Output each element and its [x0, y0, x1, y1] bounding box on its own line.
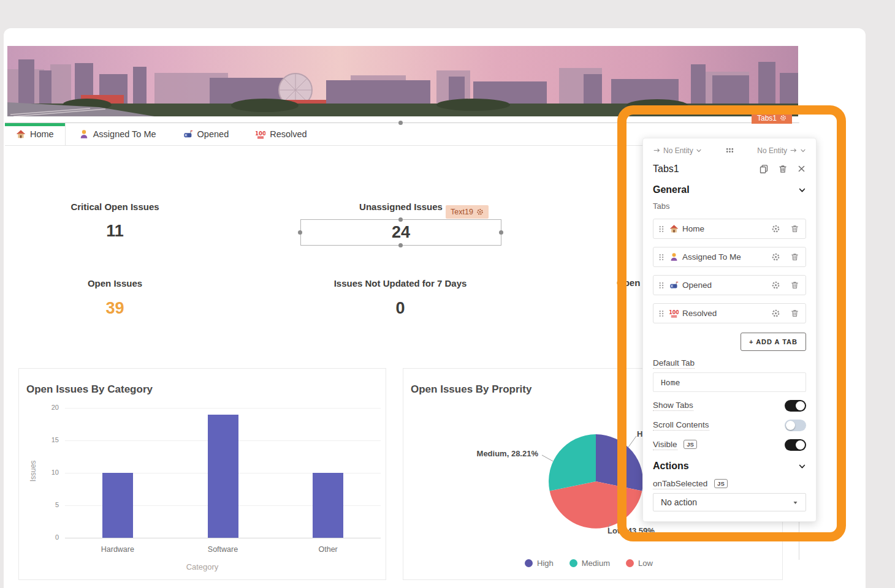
text19-resize-handle-left[interactable]	[298, 230, 302, 235]
critical-open-issues-value[interactable]: 11	[52, 222, 178, 241]
trash-icon[interactable]	[790, 309, 799, 318]
tab-assigned-to-me[interactable]: Assigned To Me	[66, 123, 170, 145]
on-tab-selected-js-toggle[interactable]: JS	[714, 479, 728, 488]
panel-tab-resolved-label: Resolved	[682, 309, 767, 318]
general-section-header[interactable]: General	[653, 184, 806, 195]
show-tabs-row: Show Tabs	[653, 400, 806, 412]
gear-icon[interactable]	[780, 115, 786, 121]
default-tab-input[interactable]: Home	[653, 372, 806, 392]
add-a-tab-button[interactable]: + ADD A TAB	[741, 333, 806, 351]
tab-opened-label: Opened	[197, 129, 229, 139]
visible-row: Visible JS	[653, 439, 806, 451]
y-axis-tick: 0	[37, 533, 59, 541]
visible-label-wrap: Visible JS	[653, 440, 697, 450]
drag-handle-icon[interactable]	[657, 309, 666, 318]
outgoing-entity-label: No Entity	[757, 146, 787, 155]
default-tab-value: Home	[661, 378, 680, 387]
caret-down-icon	[791, 499, 799, 507]
tabs-list-label: Tabs	[653, 202, 806, 211]
chevron-down-icon	[696, 148, 702, 154]
hero-image[interactable]	[7, 46, 798, 116]
y-axis-tick: 20	[37, 404, 59, 411]
scroll-contents-row: Scroll Contents	[653, 420, 806, 431]
legend-dot-medium	[569, 559, 577, 567]
visible-label: Visible	[653, 440, 677, 450]
show-tabs-label: Show Tabs	[653, 401, 693, 411]
scroll-contents-label: Scroll Contents	[653, 420, 709, 431]
gear-icon[interactable]	[771, 224, 780, 233]
actions-section-header[interactable]: Actions	[653, 461, 806, 472]
pie-slice-high	[596, 434, 643, 491]
tab-resolved-label: Resolved	[270, 129, 307, 139]
legend-dot-low	[626, 559, 634, 567]
trash-icon[interactable]	[790, 281, 799, 290]
panel-tab-opened-label: Opened	[682, 281, 767, 290]
legend-item-medium[interactable]: Medium	[569, 559, 610, 568]
panel-tab-row-home[interactable]: Home	[653, 219, 806, 239]
pie-callout-low: Low, 43.59%	[607, 526, 655, 535]
tabs-widget-resize-handle[interactable]	[398, 121, 403, 125]
gear-icon[interactable]	[771, 309, 780, 318]
incoming-entity-selector[interactable]: No Entity	[653, 146, 702, 155]
chevron-down-icon	[798, 186, 806, 194]
copy-icon[interactable]	[759, 164, 769, 174]
visible-js-toggle[interactable]: JS	[684, 440, 697, 449]
bar-hardware	[102, 473, 133, 538]
y-axis-tick: 5	[37, 501, 59, 508]
unassigned-issues-value: 24	[392, 223, 410, 242]
legend-label-high: High	[537, 559, 554, 568]
pie-slice-low	[550, 481, 642, 529]
text19-resize-handle-bottom[interactable]	[398, 243, 403, 247]
legend-item-low[interactable]: Low	[626, 559, 653, 568]
widget-name-title[interactable]: Tabs1	[653, 164, 759, 175]
tab-home[interactable]: Home	[5, 123, 66, 145]
gear-icon[interactable]	[771, 281, 780, 290]
hundred-icon	[256, 129, 265, 139]
incoming-entity-label: No Entity	[663, 146, 693, 155]
pie-slice-medium	[549, 434, 596, 491]
tab-resolved[interactable]: Resolved	[242, 123, 320, 145]
widget-name-badge-text19[interactable]: Text19	[446, 205, 489, 219]
city-skyline-illustration	[7, 46, 798, 116]
gear-icon[interactable]	[476, 208, 484, 216]
trash-icon[interactable]	[790, 252, 799, 262]
outgoing-entity-selector[interactable]: No Entity	[757, 146, 806, 155]
drag-handle-icon[interactable]	[657, 281, 666, 290]
widget-name-badge-tabs1[interactable]: Tabs1	[752, 112, 792, 124]
text19-resize-handle-right[interactable]	[499, 230, 503, 235]
property-pane-binding-row: No Entity No Entity	[653, 146, 806, 155]
house-icon	[16, 129, 26, 139]
legend-label-medium: Medium	[582, 559, 610, 568]
bar-chart-widget[interactable]: Open Issues By Category Issues Category …	[18, 368, 386, 580]
panel-tab-row-resolved[interactable]: Resolved	[653, 303, 806, 323]
trash-icon[interactable]	[790, 224, 799, 233]
not-updated-value[interactable]: 0	[308, 299, 492, 318]
on-tab-selected-action-select[interactable]: No action	[653, 493, 806, 511]
text19-resize-handle-top[interactable]	[398, 217, 403, 222]
close-icon[interactable]	[797, 164, 806, 173]
panel-tab-row-assigned[interactable]: Assigned To Me	[653, 247, 806, 267]
scroll-contents-toggle[interactable]	[785, 420, 806, 431]
open-issues-value[interactable]: 39	[52, 299, 178, 318]
text19-widget-selected[interactable]: 24	[300, 219, 501, 246]
hundred-icon	[669, 309, 679, 318]
chevron-down-icon	[800, 148, 806, 154]
tab-opened[interactable]: Opened	[170, 123, 243, 145]
general-section-label: General	[653, 184, 690, 195]
legend-label-low: Low	[638, 559, 653, 568]
show-tabs-toggle[interactable]	[785, 400, 806, 412]
gridline	[65, 538, 381, 538]
panel-tab-home-label: Home	[682, 224, 767, 233]
default-tab-label: Default Tab	[653, 358, 806, 369]
legend-item-high[interactable]: High	[525, 559, 554, 568]
house-icon	[669, 224, 679, 233]
panel-tab-row-opened[interactable]: Opened	[653, 275, 806, 295]
bar-other	[313, 473, 343, 538]
drag-handle-icon[interactable]	[657, 253, 666, 262]
grid-icon[interactable]	[725, 146, 734, 155]
toggle-knob	[786, 421, 795, 430]
drag-handle-icon[interactable]	[657, 225, 666, 233]
trash-icon[interactable]	[778, 164, 788, 174]
visible-toggle[interactable]	[785, 439, 806, 451]
gear-icon[interactable]	[771, 252, 780, 262]
